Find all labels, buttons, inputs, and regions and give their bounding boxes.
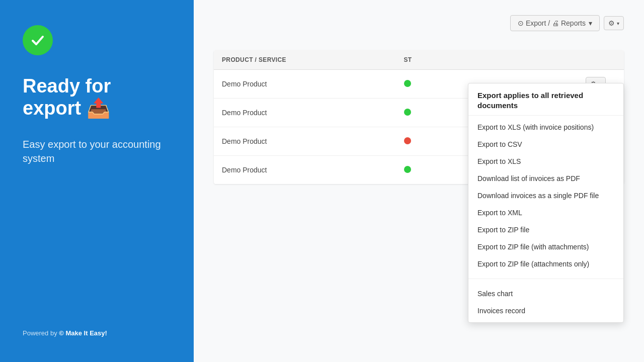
settings-button[interactable]: ⚙ ▾ bbox=[604, 16, 624, 30]
cell-product: Demo Product bbox=[222, 166, 404, 174]
right-panel: ⊙ Export / 🖨 Reports ▾ ⚙ ▾ PRODUCT / SER… bbox=[194, 0, 644, 362]
export-dropdown: Export applies to all retrieved document… bbox=[468, 83, 624, 323]
cell-product: Demo Product bbox=[222, 109, 404, 117]
dropdown-divider bbox=[468, 279, 623, 279]
col-status: ST bbox=[404, 56, 586, 63]
export-xml[interactable]: Export to XML bbox=[468, 204, 623, 221]
cell-product: Demo Product bbox=[222, 80, 404, 88]
export-xls-invoice[interactable]: Export to XLS (with invoice positions) bbox=[468, 119, 623, 136]
footer-brand: © Make It Easy! bbox=[59, 329, 107, 337]
col-actions bbox=[586, 56, 616, 63]
export-btn-caret: ▾ bbox=[589, 19, 592, 27]
dropdown-items-group1: Export to XLS (with invoice positions) E… bbox=[468, 116, 623, 276]
export-reports-button[interactable]: ⊙ Export / 🖨 Reports ▾ bbox=[510, 15, 600, 31]
status-dot-green bbox=[404, 109, 411, 116]
export-zip-attachments[interactable]: Export to ZIP file (with attachments) bbox=[468, 238, 623, 255]
dropdown-header: Export applies to all retrieved document… bbox=[468, 83, 623, 116]
left-panel: Ready for export 📤 Easy export to your a… bbox=[0, 0, 194, 362]
status-dot-green bbox=[404, 80, 411, 87]
dropdown-header-text: Export applies to all retrieved document… bbox=[477, 90, 614, 110]
status-dot-red bbox=[404, 137, 411, 144]
gear-icon: ⚙ bbox=[608, 19, 615, 27]
toolbar: ⊙ Export / 🖨 Reports ▾ ⚙ ▾ bbox=[510, 15, 624, 31]
export-xls[interactable]: Export to XLS bbox=[468, 153, 623, 170]
table-header: PRODUCT / SERVICE ST bbox=[214, 50, 624, 70]
export-zip-attachments-only[interactable]: Export to ZIP file (attachments only) bbox=[468, 255, 623, 273]
left-footer: Powered by © Make It Easy! bbox=[23, 329, 171, 337]
sales-chart[interactable]: Sales chart bbox=[468, 285, 623, 302]
status-dot-green bbox=[404, 166, 411, 173]
export-btn-label: ⊙ Export / 🖨 Reports bbox=[518, 19, 586, 27]
dropdown-items-group2: Sales chart Invoices record bbox=[468, 282, 623, 322]
left-top: Ready for export 📤 Easy export to your a… bbox=[23, 25, 171, 165]
download-list-pdf[interactable]: Download list of invoices as PDF bbox=[468, 170, 623, 187]
left-subtitle: Easy export to your accounting system bbox=[23, 137, 171, 165]
export-csv[interactable]: Export to CSV bbox=[468, 136, 623, 153]
check-circle bbox=[23, 25, 53, 55]
download-invoices-pdf[interactable]: Download invoices as a single PDF file bbox=[468, 187, 623, 204]
settings-caret: ▾ bbox=[617, 21, 619, 26]
col-product: PRODUCT / SERVICE bbox=[222, 56, 404, 63]
export-zip[interactable]: Export to ZIP file bbox=[468, 221, 623, 238]
invoices-record[interactable]: Invoices record bbox=[468, 302, 623, 319]
checkmark-icon bbox=[30, 32, 46, 48]
left-title: Ready for export 📤 bbox=[23, 75, 171, 119]
cell-product: Demo Product bbox=[222, 137, 404, 145]
footer-prefix: Powered by bbox=[23, 329, 59, 337]
